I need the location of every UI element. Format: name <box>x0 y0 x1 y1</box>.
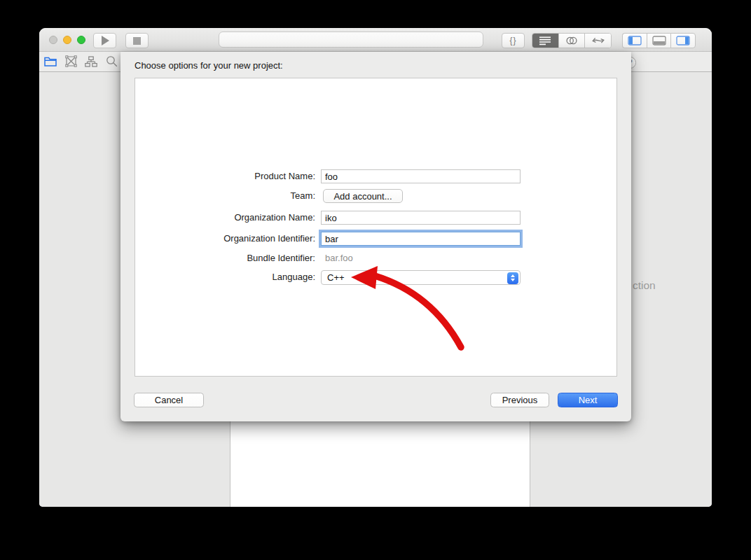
organization-identifier-label: Organization Identifier: <box>120 232 315 246</box>
stop-button[interactable] <box>125 33 149 48</box>
close-button[interactable] <box>49 36 57 44</box>
standard-editor-icon <box>539 36 551 46</box>
tab-find-navigator[interactable] <box>105 55 118 67</box>
cancel-button[interactable]: Cancel <box>134 393 204 407</box>
new-project-options-sheet: Choose options for your new project: Pro… <box>120 52 631 421</box>
organization-identifier-input[interactable] <box>321 232 521 246</box>
play-icon <box>102 36 109 46</box>
version-editor-icon <box>591 36 605 46</box>
tab-project-navigator[interactable] <box>44 55 57 67</box>
product-name-label: Product Name: <box>120 169 315 183</box>
inspectors-panel-icon <box>676 36 690 46</box>
no-selection-partial-text: ction <box>633 279 656 292</box>
debug-area-icon <box>652 36 666 46</box>
assistant-editor-icon <box>565 36 578 46</box>
xcode-window: {} <box>39 28 712 507</box>
tab-symbol-navigator[interactable] <box>64 55 77 67</box>
toggle-navigator-button[interactable] <box>622 33 647 48</box>
next-button[interactable]: Next <box>558 393 618 407</box>
assistant-editor-segment[interactable] <box>559 34 586 48</box>
previous-button[interactable]: Previous <box>490 393 549 407</box>
zoom-button[interactable] <box>77 36 85 44</box>
project-navigator-icon <box>44 56 57 66</box>
activity-viewer <box>219 31 483 48</box>
hierarchy-navigator-icon <box>85 56 97 67</box>
symbol-navigator-icon <box>65 55 77 67</box>
bundle-identifier-value: bar.foo <box>325 253 353 264</box>
standard-editor-segment[interactable] <box>532 34 559 48</box>
add-account-button[interactable]: Add account... <box>323 189 403 203</box>
organization-name-label: Organization Name: <box>120 211 315 225</box>
search-icon <box>106 55 118 67</box>
tab-hierarchy-navigator[interactable] <box>85 55 97 67</box>
team-label: Team: <box>120 189 315 203</box>
options-panel <box>135 78 617 377</box>
toggle-inspectors-button[interactable] <box>670 33 696 48</box>
version-editor-segment[interactable] <box>585 34 611 48</box>
stop-icon <box>133 37 141 45</box>
toggle-debug-area-button[interactable] <box>647 33 671 48</box>
panel-toggle-group <box>622 33 696 48</box>
minimize-button[interactable] <box>63 36 71 44</box>
product-name-input[interactable] <box>321 169 521 183</box>
navigator-panel-icon <box>628 36 642 46</box>
sheet-title: Choose options for your new project: <box>135 60 283 71</box>
braces-button[interactable]: {} <box>502 33 525 48</box>
title-bar: {} <box>39 28 712 52</box>
language-popup-value: C++ <box>327 272 345 283</box>
run-button[interactable] <box>93 33 116 48</box>
organization-name-input[interactable] <box>321 211 521 225</box>
editor-mode-segmented-control <box>532 33 612 48</box>
bundle-identifier-label: Bundle Identifier: <box>120 253 315 264</box>
screen-background: {} <box>0 0 751 560</box>
language-label: Language: <box>120 270 315 284</box>
popup-stepper-icon <box>507 272 518 284</box>
language-popup[interactable]: C++ <box>321 270 521 285</box>
